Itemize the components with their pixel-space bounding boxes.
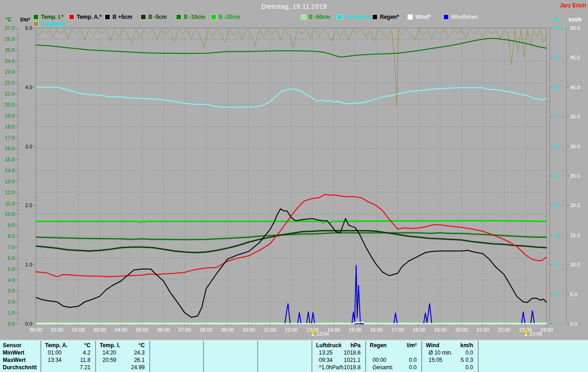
tick-label-rain: 1.0: [25, 262, 32, 267]
legend-swatch-icon: [337, 14, 342, 20]
stats-row-labels: SensorMinWertMaxWertDurchschnitt: [0, 341, 40, 372]
stats-cell: 01:004.2: [41, 349, 95, 356]
tick-label-wind: 30.0: [570, 144, 580, 149]
axis-wind: 0.05.010.015.020.025.030.035.040.045.050…: [566, 25, 580, 327]
tick-label-temp: 24.0: [5, 58, 15, 64]
legend-label: Windböen: [451, 14, 478, 20]
legend-swatch-icon: [443, 14, 449, 20]
stats-column-header: Windkm/h: [422, 342, 478, 349]
tick-label-temp: 13.0: [5, 179, 15, 184]
tick-label-humidity: 10: [554, 292, 559, 297]
stats-column-header: LuftdruckhPa: [312, 342, 365, 349]
tick-label-wind: 5.0: [570, 292, 577, 297]
stats-table: SensorMinWertMaxWertDurchschnittTemp. A.…: [0, 340, 588, 372]
stats-cell: 13:3411.8: [41, 356, 95, 364]
tick-label-temp: 19.0: [5, 113, 15, 118]
marker-time: 13:04: [317, 331, 329, 337]
chart-plot: 0.01.02.03.04.05.06.07.08.09.010.011.012…: [0, 0, 588, 340]
time-label: 08:00: [200, 327, 213, 333]
legend-item-feuchte-a-: Feuchte A.*: [337, 14, 375, 20]
tick-label-temp: 6.0: [8, 255, 15, 261]
stats-cell: 09:341021.1: [312, 356, 365, 364]
tick-label-temp: 14.0: [5, 168, 15, 173]
tick-label-wind: 35.0: [570, 114, 580, 119]
tick-label-temp: 7.0: [8, 244, 15, 250]
legend-label: Regen*: [380, 14, 399, 20]
tick-label-humidity: 0: [554, 321, 556, 327]
legend-item-b-5cm: B -5cm: [141, 14, 167, 20]
tick-label-wind: 20.0: [570, 203, 580, 208]
legend-item-b-20cm: B -20cm: [211, 14, 240, 20]
time-label: 03:00: [93, 327, 106, 333]
tick-label-temp: 10.0: [5, 211, 15, 217]
time-label: 15:00: [349, 327, 362, 333]
stats-row-label: MinWert: [0, 349, 40, 356]
tick-label-humidity: 40: [554, 203, 559, 208]
time-label: 12:00: [285, 327, 298, 333]
tick-label-wind: 45.0: [570, 55, 580, 60]
tick-label-wind: 25.0: [570, 173, 580, 179]
stats-cell: Gesamt:0.0: [366, 364, 421, 371]
time-label: 24:00: [540, 327, 553, 333]
stats-column-luftdruck: LuftdruckhPa13:251018.609:341021.1^1.0hP…: [311, 341, 365, 372]
legend-item-b-10cm: B -10cm: [176, 14, 205, 20]
time-label: 21:00: [476, 327, 489, 333]
stats-column-header: Regenl/m²: [366, 342, 421, 349]
legend-swatch-icon: [33, 14, 39, 20]
stats-cell: 15:05S 0.3: [422, 356, 478, 364]
stats-cell: Ø 10 min.0.0: [422, 349, 478, 356]
time-label: 17:00: [391, 327, 404, 333]
axis-rain: 0.01.02.03.04.05.0: [25, 25, 35, 327]
tick-label-humidity: 100: [554, 25, 562, 31]
tick-label-wind: 0.0: [570, 321, 577, 327]
tick-label-wind: 15.0: [570, 232, 580, 238]
legend-swatch-icon: [105, 14, 110, 20]
tick-label-humidity: 60: [554, 144, 559, 149]
legend-swatch-icon: [211, 14, 216, 20]
legend-item-b-50cm: B -50cm: [301, 14, 330, 20]
stats-cell: 20:5926.1: [96, 356, 149, 364]
tick-label-temp: 16.0: [5, 146, 15, 151]
time-label: 09:00: [221, 327, 234, 333]
tick-label-rain: 5.0: [25, 25, 32, 31]
tick-label-temp: 15.0: [5, 157, 15, 162]
legend-item-regen-: Regen*: [372, 14, 399, 20]
time-label: 05:00: [136, 327, 149, 333]
stats-cell: 00:000.0: [366, 356, 421, 364]
tick-label-humidity: 20: [554, 262, 559, 267]
stats-row-label: Sensor: [0, 342, 40, 349]
time-label: 10:00: [243, 327, 255, 333]
tick-label-temp: 1.0: [8, 310, 15, 316]
legend-label: B -10cm: [184, 14, 205, 20]
time-label: 11:00: [264, 327, 276, 333]
stats-column-wind: Windkm/hØ 10 min.0.015:05S 0.30.0: [421, 341, 478, 372]
tick-label-humidity: 30: [554, 232, 559, 238]
stats-cell: 13:251018.6: [312, 349, 365, 356]
tick-label-temp: 5.0: [8, 266, 15, 272]
legend-swatch-icon: [69, 14, 74, 20]
legend-label: Wind*: [415, 14, 431, 20]
axis-label-humidity: %: [554, 17, 559, 23]
stats-cell: 24.99: [96, 364, 149, 371]
tick-label-temp: 4.0: [8, 277, 15, 283]
legend-swatch-icon: [141, 14, 146, 20]
time-label: 14:00: [328, 327, 340, 333]
stats-row-label: Durchschnitt: [0, 364, 40, 371]
time-label: 00:00: [29, 327, 42, 333]
tick-label-wind: 10.0: [570, 262, 580, 267]
tick-label-temp: 21.0: [5, 91, 15, 96]
tick-label-rain: 2.0: [25, 203, 32, 208]
legend-label: B -5cm: [148, 14, 167, 20]
legend-swatch-icon: [176, 14, 181, 20]
axis-label-rain: l/m²: [20, 17, 30, 23]
stats-cell: 14:2024.3: [96, 349, 149, 356]
legend-item-temp-a-: Temp. A.*: [69, 14, 102, 20]
stats-column-temp-i-: Temp. I.°C14:2024.320:5926.124.99: [95, 341, 149, 372]
legend-item-b-5cm: B +5cm: [105, 14, 132, 20]
time-label: 22:00: [498, 327, 511, 333]
legend-label: B -20cm: [219, 14, 240, 20]
time-label: 04:00: [115, 327, 128, 333]
axis-humidity: 0102030405060708090100: [550, 25, 562, 327]
stats-column-header: Temp. I.°C: [96, 342, 149, 349]
axes-frame: [18, 28, 566, 324]
